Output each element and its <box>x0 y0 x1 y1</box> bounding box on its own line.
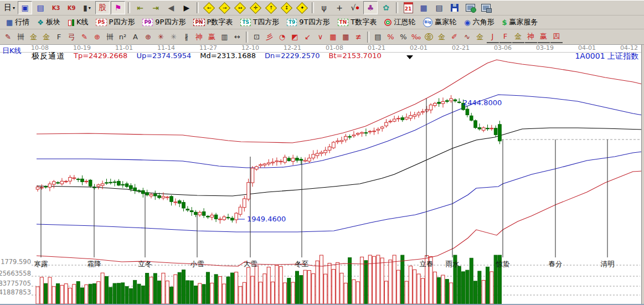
nav-up-diamond-button[interactable]: ↑ <box>264 1 278 14</box>
trend-arrows-tool[interactable]: ↙ <box>302 31 314 43</box>
toolbar-separator <box>396 2 398 13</box>
pin-tool-button[interactable]: √● <box>348 1 362 14</box>
kline-button[interactable]: K线 <box>64 15 92 29</box>
smart-analysis-button[interactable]: ✿ <box>379 1 393 14</box>
winner-wheel-button[interactable]: Big赢家轮 <box>419 15 460 29</box>
next-button[interactable]: ▶ <box>179 1 194 14</box>
quotes-icon: ▦ <box>6 18 13 27</box>
ruler-125-tool[interactable]: ▥ <box>219 31 231 43</box>
compass-circle-tool[interactable]: ⊕ <box>91 31 104 43</box>
candle-style-button[interactable]: ▮▾ <box>80 1 94 14</box>
kline-9min-button[interactable]: K9 <box>64 1 79 14</box>
stock-select-button[interactable]: 股 <box>95 1 110 14</box>
gold-lines-tool[interactable]: 金 <box>436 31 448 43</box>
spiral-tool[interactable]: 弓 <box>66 31 78 43</box>
gold-circle-tool[interactable]: 金 <box>423 31 435 43</box>
j-angle-tool[interactable]: J <box>487 30 499 43</box>
nav-left-diamond-button[interactable]: ← <box>202 1 216 14</box>
square-fan-tool[interactable]: ◩ <box>289 31 301 43</box>
workstation-button[interactable] <box>478 1 493 14</box>
f-angle-tool[interactable]: F <box>499 30 512 43</box>
winner-service-button[interactable]: $赢家服务 <box>498 15 542 29</box>
gold-angle-tool[interactable]: 金 <box>512 30 524 43</box>
wave-lines-tool[interactable]: ∨ <box>315 31 327 43</box>
zigzag-mark-tool[interactable]: ∦ <box>181 31 193 43</box>
hand-tool-button[interactable]: ψ <box>317 1 331 14</box>
circle-fan-tool[interactable]: ◔ <box>276 31 288 43</box>
speed-fan-tool[interactable]: 彡 <box>264 31 276 43</box>
draw-toolbar: ✎卌金金F弓✎⊕卌n²A⊕✳✳∦神赢▥↔⊡彡◔◩↙∨▦▦≢▤%%‰金金✐∿金JF… <box>0 29 644 45</box>
parallel-lines-tool[interactable]: ≢ <box>353 31 365 43</box>
percent-slash-tool[interactable]: % <box>385 31 397 43</box>
p9-square-label: 9P四方形 <box>155 17 186 27</box>
floppy-disk-icon <box>451 4 458 12</box>
tree-view-button[interactable]: ♣ <box>363 1 378 14</box>
first-page-button[interactable]: ⇤ <box>133 1 147 14</box>
gold-grid-tool[interactable]: 金 <box>28 31 40 43</box>
solar-term-label: 惊蛰 <box>496 260 510 268</box>
god-comb-tool[interactable]: 神 <box>193 31 205 43</box>
gann-wheel-button[interactable]: 江恩轮 <box>380 15 419 29</box>
prev-button[interactable]: ◀ <box>164 1 178 14</box>
chart-canvas[interactable]: 寒露霜降立冬小雪大雪冬至立春雨水惊蛰春分清明1779.5901256635588… <box>0 44 644 305</box>
t-square-button[interactable]: TST四方形 <box>236 15 283 29</box>
star-grid-tool[interactable]: ✳ <box>168 31 180 43</box>
period-day-button[interactable]: 日▾ <box>2 1 17 14</box>
starburst-tool[interactable]: ✳ <box>155 31 167 43</box>
p9-square-button[interactable]: P99P四方形 <box>138 15 189 29</box>
network-button[interactable] <box>463 1 477 14</box>
percent-tool[interactable]: % <box>398 31 410 43</box>
four-angle-tool[interactable]: 四 <box>550 30 563 43</box>
width-measure-tool[interactable]: ↔ <box>231 31 244 43</box>
calendar-button[interactable]: 21 <box>401 1 415 14</box>
grid-dark-tool[interactable]: ▦ <box>340 31 352 43</box>
gold-grid2-tool[interactable]: 金 <box>40 31 53 43</box>
toolbar-separator <box>367 32 369 43</box>
win-angle-tool[interactable]: 赢 <box>538 30 550 43</box>
f10-info-button[interactable]: ▤ <box>33 1 48 14</box>
sectors-button[interactable]: ❖板块 <box>33 15 64 29</box>
pen-grid-tool[interactable]: ✎ <box>79 31 91 43</box>
t9-square-button[interactable]: T99T四方形 <box>283 15 334 29</box>
wave-fit-tool[interactable]: ∿ <box>461 31 473 43</box>
price-scale-tool[interactable]: ▤ <box>372 31 384 43</box>
t-digit-table-button[interactable]: TNT数字表 <box>334 15 381 29</box>
date-tick-label: 11-14 <box>154 44 178 51</box>
comb-grid-tool[interactable]: 卌 <box>15 31 27 43</box>
nav-all-diamond-button[interactable]: ✛ <box>248 1 262 14</box>
win-grid-tool[interactable]: 赢 <box>206 31 218 43</box>
comb-grid2-icon: 卌 <box>106 33 114 40</box>
calculator-button[interactable]: ▦ <box>416 1 431 14</box>
comb-grid2-tool[interactable]: 卌 <box>104 31 116 43</box>
god-angle-tool[interactable]: 神 <box>525 30 537 43</box>
chart-area[interactable]: 寒露霜降立冬小雪大雪冬至立春雨水惊蛰春分清明1779.5901256635588… <box>0 44 644 305</box>
nav-ud-diamond-button[interactable]: ↕ <box>279 1 293 14</box>
n-square-tool[interactable]: n² <box>117 31 129 43</box>
angle-mirror-tool[interactable]: A <box>130 31 142 43</box>
p-digit-table-button[interactable]: PNP数字表 <box>189 15 236 29</box>
fibonacci-grid-tool[interactable]: F <box>53 31 65 43</box>
circle-cross-tool[interactable]: ⊕ <box>142 31 154 43</box>
kline-3min-button[interactable]: K3 <box>49 1 63 14</box>
indicator-up-value: Up=2374.5954 <box>136 51 191 61</box>
save-button[interactable] <box>447 1 462 14</box>
grid-red-tool[interactable]: ▦ <box>327 31 339 43</box>
last-page-button[interactable]: ⇥ <box>148 1 163 14</box>
hexagon-button[interactable]: ◉六角形 <box>460 15 498 29</box>
compass-pen-tool[interactable]: ✎ <box>2 31 14 43</box>
window-layout-button[interactable]: ▣ <box>18 1 32 14</box>
nav-right-diamond-button[interactable]: → <box>217 1 231 14</box>
permille-tool[interactable]: ‰ <box>410 31 423 43</box>
p-square-button[interactable]: PSP四方形 <box>92 15 138 29</box>
gold-base-tool[interactable]: 金 <box>474 31 486 43</box>
nav-lr-diamond-icon: ↔ <box>234 2 245 13</box>
nav-lr-diamond-button[interactable]: ↔ <box>233 1 247 14</box>
nav-center-diamond-button[interactable]: ✦ <box>295 1 309 14</box>
crosshair-tool-button[interactable]: + <box>332 1 347 14</box>
marker-brush-tool[interactable]: ✐ <box>449 31 461 43</box>
solar-term-label: 冬至 <box>295 260 309 268</box>
flag-marker-button[interactable]: ⚑ <box>111 1 125 14</box>
quotes-button[interactable]: ▦行情 <box>2 15 33 29</box>
notepad-button[interactable]: ▤ <box>432 1 446 14</box>
box-anchor-tool[interactable]: ⊡ <box>251 31 263 43</box>
